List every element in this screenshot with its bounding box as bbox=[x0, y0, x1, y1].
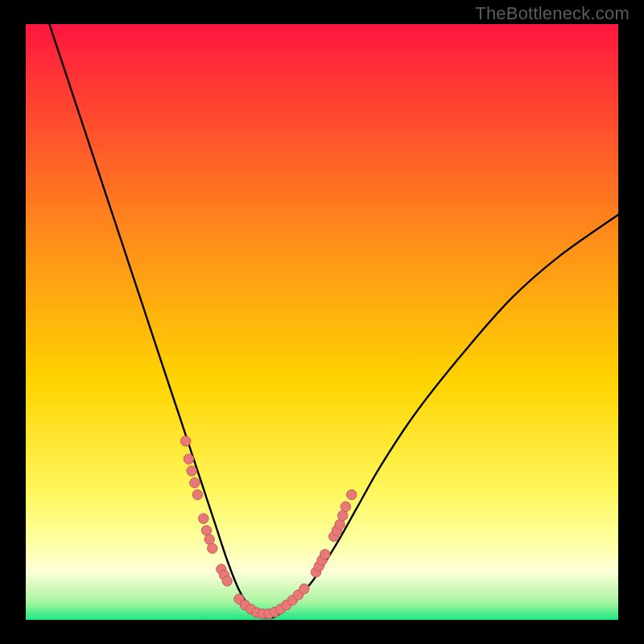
data-dot bbox=[201, 526, 211, 535]
watermark-text: TheBottleneck.com bbox=[475, 3, 630, 24]
data-dot bbox=[199, 514, 208, 523]
data-dot bbox=[187, 466, 196, 476]
data-dot bbox=[190, 478, 200, 488]
data-dot bbox=[181, 436, 191, 446]
gradient-backdrop bbox=[26, 24, 618, 620]
data-dot bbox=[192, 489, 202, 499]
bottleneck-chart bbox=[26, 24, 618, 620]
data-dot bbox=[341, 502, 350, 511]
data-dot bbox=[338, 510, 348, 520]
chart-frame bbox=[26, 24, 618, 620]
data-dot bbox=[335, 519, 345, 529]
data-dot bbox=[320, 549, 330, 559]
data-dot bbox=[204, 535, 214, 544]
data-dot bbox=[299, 584, 309, 593]
data-dot bbox=[347, 489, 357, 499]
data-dot bbox=[184, 454, 193, 464]
data-dot bbox=[208, 543, 217, 553]
data-dot bbox=[222, 576, 232, 586]
